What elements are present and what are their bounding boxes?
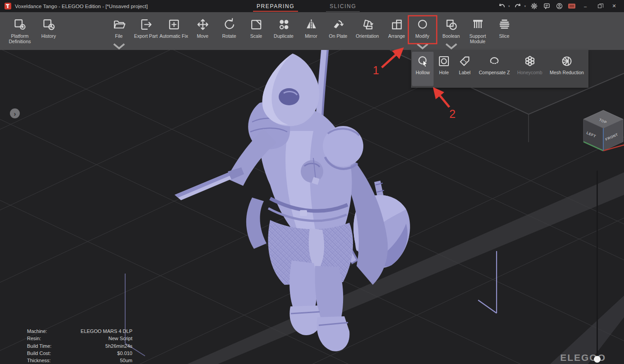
app-window: › Machine:ELEGOO MARS 4 DLP Resin:New Sc… <box>0 0 624 364</box>
stat-build-time: Build Time:5h26min24s <box>27 342 132 350</box>
feedback-button[interactable] <box>541 1 552 12</box>
zoom-slider-track[interactable] <box>597 171 598 361</box>
restore-button[interactable] <box>593 1 606 12</box>
title-bar: Voxeldance Tango - ELEGOO Edition - [*Un… <box>0 0 624 12</box>
minimize-button[interactable]: – <box>579 1 592 12</box>
redo-dropdown-caret[interactable]: ▾ <box>524 4 526 8</box>
chevron-right-icon: › <box>14 110 16 117</box>
membership-card-icon <box>568 4 575 9</box>
modify-icon <box>416 18 430 31</box>
hole-icon <box>437 54 451 68</box>
menu-item-compensate-z[interactable]: Compensate Z <box>475 52 513 86</box>
toolbar-item-on-plate[interactable]: On Plate <box>323 18 353 39</box>
build-stats-panel: Machine:ELEGOO MARS 4 DLP Resin:New Scri… <box>27 328 132 364</box>
undo-icon <box>498 3 505 9</box>
move-icon <box>196 18 210 31</box>
stat-resin: Resin:New Script <box>27 335 132 342</box>
redo-icon <box>515 3 521 9</box>
file-dropdown-caret <box>112 40 126 54</box>
on-plate-icon <box>331 18 345 31</box>
slice-icon <box>497 18 511 31</box>
toolbar-item-mirror[interactable]: Mirror <box>296 18 326 39</box>
stat-machine: Machine:ELEGOO MARS 4 DLP <box>27 328 132 335</box>
membership-button[interactable] <box>566 1 577 12</box>
cursor-icon <box>423 60 427 67</box>
history-icon <box>42 18 56 31</box>
boolean-icon <box>444 18 458 31</box>
mesh-reduction-icon <box>560 54 574 68</box>
feedback-bubble-icon <box>543 3 550 9</box>
automatic-fix-icon <box>167 18 181 31</box>
duplicate-icon <box>277 18 291 31</box>
support-module-icon <box>471 18 485 31</box>
undo-button[interactable] <box>497 1 507 12</box>
viewport-3d[interactable]: › Machine:ELEGOO MARS 4 DLP Resin:New Sc… <box>0 50 624 364</box>
mirror-icon <box>304 18 318 31</box>
account-button[interactable] <box>554 1 565 12</box>
zoom-slider-handle[interactable] <box>594 356 601 363</box>
user-icon <box>556 3 563 9</box>
toolbar-item-orientation[interactable]: Orientation <box>352 18 383 39</box>
menu-item-hollow[interactable]: Hollow <box>412 52 434 86</box>
toolbar-item-rotate[interactable]: Rotate <box>214 18 244 39</box>
arrange-icon <box>390 18 404 31</box>
label-icon: 1 <box>458 54 471 68</box>
restore-icon <box>598 4 601 8</box>
stat-thickness: Thickness:50um <box>27 357 132 364</box>
modify-dropdown-menu: Hollow Hole 1 Label Compensate Z Honeyco… <box>411 50 588 88</box>
export-part-icon <box>139 18 153 31</box>
orientation-icon <box>361 18 375 31</box>
menu-item-mesh-reduction[interactable]: Mesh Reduction <box>546 52 588 86</box>
toolbar-item-export-part[interactable]: Export Part <box>131 18 161 39</box>
expand-panel-button[interactable]: › <box>10 108 20 118</box>
settings-button[interactable] <box>529 1 539 12</box>
platform-definitions-icon <box>13 18 27 31</box>
toolbar-item-slice[interactable]: Slice <box>489 18 520 39</box>
toolbar-item-platform-definitions[interactable]: Platform Definitions <box>5 18 35 44</box>
toolbar-item-support-module[interactable]: Support Module <box>462 18 493 44</box>
honeycomb-icon <box>523 54 537 68</box>
gear-icon <box>531 3 538 9</box>
scale-icon <box>249 18 263 31</box>
build-scene <box>0 50 624 364</box>
hollow-icon <box>416 54 430 68</box>
close-button[interactable]: ✕ <box>608 1 620 12</box>
toolbar-item-scale[interactable]: Scale <box>241 18 271 39</box>
window-title: Voxeldance Tango - ELEGOO Edition - [*Un… <box>15 4 148 9</box>
main-toolbar: Platform Definitions History File Export… <box>0 12 624 50</box>
titlebar-actions: ▾ ▾ – ✕ <box>497 0 624 12</box>
toolbar-item-automatic-fix[interactable]: Automatic Fix <box>158 18 189 39</box>
stat-build-cost: Build Cost:$0.010 <box>27 350 132 357</box>
mode-tabs: PREPARING SLICING <box>252 0 361 12</box>
menu-item-hole[interactable]: Hole <box>434 52 454 86</box>
toolbar-item-move[interactable]: Move <box>187 18 218 39</box>
model-figurine[interactable] <box>175 50 410 351</box>
menu-item-label[interactable]: 1 Label <box>454 52 475 86</box>
rotate-icon <box>222 18 236 31</box>
app-logo-icon <box>5 3 11 9</box>
undo-dropdown-caret[interactable]: ▾ <box>508 4 510 8</box>
toolbar-item-duplicate[interactable]: Duplicate <box>268 18 299 39</box>
compensate-z-icon <box>488 54 501 68</box>
file-icon <box>112 18 126 31</box>
redo-button[interactable] <box>512 1 523 12</box>
navigation-cube[interactable]: TOP FRONT LEFT X <box>583 108 624 157</box>
toolbar-item-file[interactable]: File <box>104 18 134 55</box>
tab-preparing[interactable]: PREPARING <box>252 0 299 12</box>
menu-item-honeycomb[interactable]: Honeycomb <box>514 52 546 86</box>
toolbar-item-history[interactable]: History <box>33 18 64 39</box>
tab-slicing[interactable]: SLICING <box>325 0 361 12</box>
